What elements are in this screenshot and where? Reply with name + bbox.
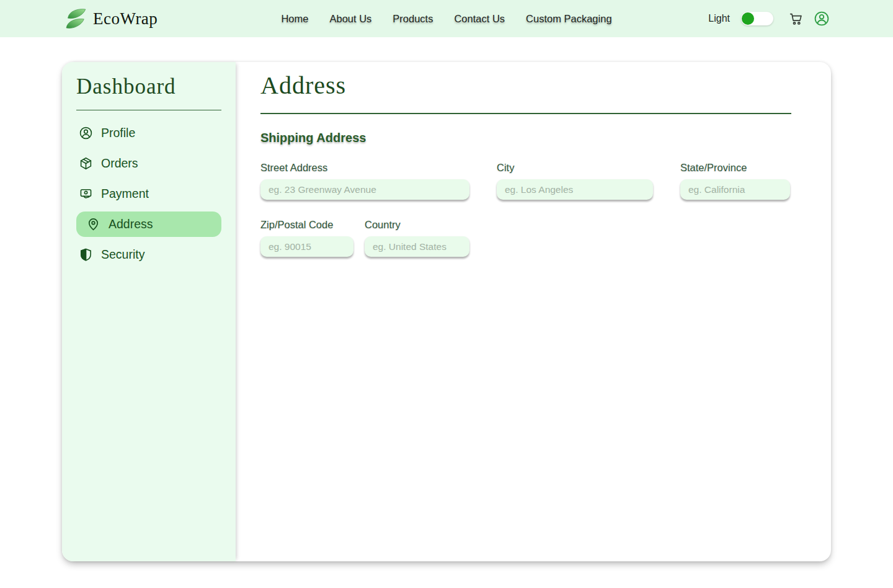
street-address-input[interactable] <box>260 179 469 200</box>
nav-item-about-us[interactable]: About Us <box>329 13 371 25</box>
sidebar-item-label: Profile <box>101 126 135 140</box>
state-input[interactable] <box>680 179 790 200</box>
nav-item-products[interactable]: Products <box>393 13 433 25</box>
zip-input[interactable] <box>260 236 353 257</box>
theme-toggle[interactable] <box>741 12 773 25</box>
sidebar-item-label: Payment <box>101 187 149 201</box>
sidebar-item-security[interactable]: Security <box>76 242 221 267</box>
navbar-right-group: Light <box>708 11 830 27</box>
user-circle-icon <box>79 126 93 140</box>
country-label: Country <box>365 219 469 231</box>
user-avatar-icon[interactable] <box>814 11 830 27</box>
page-title: Address <box>260 71 791 100</box>
street-address-label: Street Address <box>260 162 469 174</box>
city-input[interactable] <box>497 179 653 200</box>
cart-icon[interactable] <box>788 11 804 27</box>
nav-item-custom-packaging[interactable]: Custom Packaging <box>526 13 612 25</box>
top-navbar: EcoWrap Home About Us Products Contact U… <box>0 0 893 37</box>
title-divider <box>260 113 791 114</box>
address-form-row-1: Street Address City State/Province <box>260 162 791 200</box>
theme-toggle-knob <box>742 12 754 25</box>
address-panel: Address Shipping Address Street Address … <box>236 62 831 561</box>
city-label: City <box>497 162 653 174</box>
sidebar-item-label: Address <box>109 217 153 231</box>
city-field-group: City <box>497 162 653 200</box>
sidebar-divider <box>76 110 221 110</box>
package-icon <box>79 156 93 171</box>
brand-name: EcoWrap <box>93 9 158 29</box>
dashboard-card: Dashboard Profile <box>62 62 831 561</box>
country-input[interactable] <box>365 236 469 257</box>
payment-hand-icon <box>79 187 93 201</box>
location-pin-icon <box>86 217 100 231</box>
sidebar-item-label: Orders <box>101 156 138 171</box>
zip-field-group: Zip/Postal Code <box>260 219 353 257</box>
sidebar-item-orders[interactable]: Orders <box>76 151 221 176</box>
dashboard-sidebar: Dashboard Profile <box>62 62 236 561</box>
street-address-field-group: Street Address <box>260 162 469 200</box>
sidebar-menu: Profile Orders <box>76 120 221 267</box>
country-field-group: Country <box>365 219 469 257</box>
sidebar-item-payment[interactable]: Payment <box>76 181 221 207</box>
sidebar-item-address[interactable]: Address <box>76 212 221 237</box>
state-field-group: State/Province <box>680 162 790 200</box>
shield-icon <box>79 247 93 262</box>
nav-item-home[interactable]: Home <box>281 13 308 25</box>
main-nav: Home About Us Products Contact Us Custom… <box>281 13 611 25</box>
theme-label: Light <box>708 13 730 24</box>
address-form-row-2: Zip/Postal Code Country <box>260 219 791 257</box>
leaf-logo-icon <box>63 6 88 32</box>
sidebar-title: Dashboard <box>76 74 221 99</box>
brand-logo[interactable]: EcoWrap <box>63 6 158 32</box>
zip-label: Zip/Postal Code <box>260 219 353 231</box>
sidebar-item-profile[interactable]: Profile <box>76 120 221 146</box>
section-title: Shipping Address <box>260 131 791 145</box>
state-label: State/Province <box>680 162 790 174</box>
nav-item-contact-us[interactable]: Contact Us <box>454 13 505 25</box>
sidebar-item-label: Security <box>101 247 144 262</box>
